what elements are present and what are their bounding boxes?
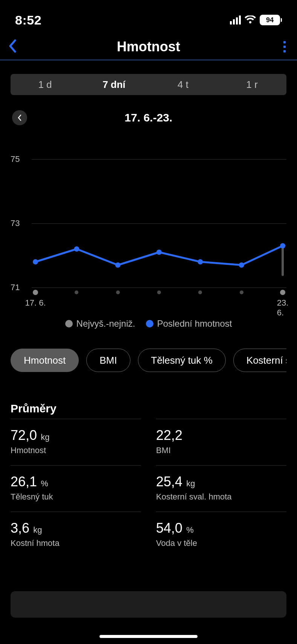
legend-dot-gray-icon <box>65 320 73 327</box>
gridline <box>32 223 286 224</box>
status-bar: 8:52 94 <box>0 0 297 34</box>
stat-cell: 26,1 %Tělesný tuk <box>11 465 141 512</box>
svg-point-5 <box>197 259 203 264</box>
x-tick-dot <box>240 290 243 294</box>
time-range-segment: 1 d 7 dní 4 t 1 r <box>11 74 286 95</box>
battery-percent: 94 <box>266 16 274 24</box>
legend-dot-blue-icon <box>146 320 153 327</box>
status-time: 8:52 <box>15 13 41 28</box>
stat-value: 3,6 kg <box>11 520 141 536</box>
metric-tabs: Hmotnost BMI Tělesný tuk % Kosterní sval <box>11 349 286 372</box>
stat-unit: kg <box>184 479 195 488</box>
legend-last: Poslední hmotnost <box>146 318 232 329</box>
stat-label: Kostní hmota <box>11 538 141 548</box>
stat-value: 72,0 kg <box>11 427 141 443</box>
x-tick-dot <box>198 290 202 294</box>
wifi-icon <box>245 15 256 25</box>
segment-1d[interactable]: 1 d <box>11 74 80 95</box>
chart-legend: Nejvyš.-nejniž. Poslední hmotnost <box>11 318 286 329</box>
pill-muscle[interactable]: Kosterní sval <box>233 349 286 372</box>
prev-date-button[interactable] <box>12 110 27 125</box>
x-tick-label: 17. 6. <box>25 298 46 308</box>
page-title: Hmotnost <box>117 39 180 55</box>
date-selector: 17. 6.-23. <box>11 110 286 125</box>
x-tick-dot <box>75 290 78 294</box>
gridline <box>32 287 286 288</box>
segment-1y[interactable]: 1 r <box>217 74 286 95</box>
svg-point-7 <box>280 243 285 249</box>
segment-4w[interactable]: 4 t <box>148 74 217 95</box>
stat-unit: % <box>184 525 194 535</box>
cellular-icon <box>230 15 241 25</box>
svg-point-6 <box>239 263 244 268</box>
stat-cell: 72,0 kgHmotnost <box>11 419 141 465</box>
stat-cell: 25,4 kgKosterní sval. hmota <box>156 465 286 512</box>
x-tick-label: 23. 6. <box>277 298 289 318</box>
stat-label: Tělesný tuk <box>11 492 141 502</box>
svg-point-2 <box>74 246 79 252</box>
status-right: 94 <box>230 15 282 25</box>
stat-unit: % <box>38 479 48 488</box>
y-tick: 71 <box>11 283 20 292</box>
x-tick-dot <box>157 290 161 294</box>
svg-point-4 <box>156 250 162 255</box>
weight-chart[interactable]: 17. 6.23. 6. 717375 <box>11 159 286 310</box>
stat-value: 22,2 <box>156 427 286 443</box>
stat-label: BMI <box>156 446 286 455</box>
x-tick-dot <box>33 290 38 295</box>
pill-weight[interactable]: Hmotnost <box>11 349 79 372</box>
stat-cell: 54,0 %Voda v těle <box>156 512 286 558</box>
date-range-label: 17. 6.-23. <box>125 111 173 124</box>
y-tick: 75 <box>11 154 20 164</box>
y-tick: 73 <box>11 218 20 228</box>
svg-point-1 <box>33 259 38 264</box>
back-button[interactable] <box>8 39 17 54</box>
stat-unit: kg <box>38 432 49 442</box>
svg-rect-0 <box>282 246 284 276</box>
x-tick-dot <box>116 290 120 294</box>
nav-bar: Hmotnost <box>0 34 297 60</box>
stat-label: Hmotnost <box>11 446 141 455</box>
more-menu-button[interactable] <box>283 41 286 52</box>
svg-point-3 <box>115 263 121 268</box>
home-indicator[interactable] <box>100 635 197 638</box>
averages-grid: 72,0 kgHmotnost22,2BMI26,1 %Tělesný tuk2… <box>11 419 286 558</box>
pill-bmi[interactable]: BMI <box>86 349 130 372</box>
pill-bodyfat[interactable]: Tělesný tuk % <box>138 349 226 372</box>
segment-7d[interactable]: 7 dní <box>80 74 148 95</box>
stat-cell: 3,6 kgKostní hmota <box>11 512 141 558</box>
gridline <box>32 159 286 160</box>
bottom-card[interactable] <box>11 591 286 618</box>
stat-label: Voda v těle <box>156 538 286 548</box>
stat-label: Kosterní sval. hmota <box>156 492 286 502</box>
stat-value: 54,0 % <box>156 520 286 536</box>
stat-value: 26,1 % <box>11 474 141 490</box>
legend-range: Nejvyš.-nejniž. <box>65 318 135 329</box>
stat-cell: 22,2BMI <box>156 419 286 465</box>
x-tick-dot <box>280 290 285 295</box>
averages-title: Průměry <box>11 402 286 415</box>
stat-unit: kg <box>31 525 42 535</box>
battery-icon: 94 <box>260 15 282 25</box>
stat-value: 25,4 kg <box>156 474 286 490</box>
